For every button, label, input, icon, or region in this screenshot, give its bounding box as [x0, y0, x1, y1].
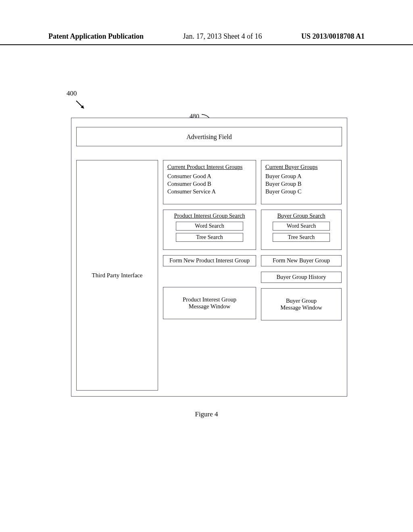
buyer-group-search-box: Buyer Group Search Word Search Tree Sear…	[261, 210, 342, 250]
word-search-button[interactable]: Word Search	[176, 222, 243, 231]
buyer-group-history-button[interactable]: Buyer Group History	[261, 272, 342, 283]
form-new-buyer-group-button[interactable]: Form New Buyer Group	[261, 255, 342, 266]
buyer-group-column: Current Buyer Groups Buyer Group A Buyer…	[261, 160, 342, 326]
header-center: Jan. 17, 2013 Sheet 4 of 16	[183, 32, 262, 41]
third-party-interface-label: Third Party Interface	[92, 272, 143, 279]
buyer-group-item: Buyer Group B	[265, 181, 337, 187]
buyer-group-item: Buyer Group C	[265, 188, 337, 195]
product-interest-item: Consumer Good A	[167, 173, 252, 180]
advertising-field-box: Advertising Field	[76, 127, 342, 146]
spacer	[163, 272, 256, 287]
arrow-icon	[75, 100, 87, 112]
product-interest-item: Consumer Service A	[167, 188, 252, 195]
message-window-line2: Message Window	[280, 304, 322, 311]
word-search-button[interactable]: Word Search	[273, 222, 330, 231]
product-interest-group-message-window: Product Interest Group Message Window	[163, 287, 256, 319]
buyer-group-item: Buyer Group A	[265, 173, 337, 180]
product-interest-groups-title: Current Product Interest Groups	[167, 164, 252, 170]
product-interest-item: Consumer Good B	[167, 181, 252, 187]
header-left: Patent Application Publication	[48, 32, 144, 41]
message-window-line1: Buyer Group	[280, 297, 322, 304]
figure-container: Advertising Field Third Party Interface …	[71, 118, 347, 397]
message-window-line2: Message Window	[183, 303, 236, 310]
figure-caption: Figure 4	[0, 410, 413, 418]
form-new-product-interest-group-button[interactable]: Form New Product Interest Group	[163, 255, 256, 266]
tree-search-button[interactable]: Tree Search	[176, 233, 243, 242]
ref-400-label: 400	[67, 89, 77, 98]
buyer-group-search-title: Buyer Group Search	[265, 212, 337, 219]
header-divider	[0, 44, 413, 45]
third-party-interface-box: Third Party Interface	[76, 160, 158, 391]
current-product-interest-groups-box: Current Product Interest Groups Consumer…	[163, 160, 256, 204]
page-header: Patent Application Publication Jan. 17, …	[0, 32, 413, 41]
buyer-group-message-window: Buyer Group Message Window	[261, 288, 342, 320]
product-interest-group-search-box: Product Interest Group Search Word Searc…	[163, 210, 256, 250]
current-buyer-groups-box: Current Buyer Groups Buyer Group A Buyer…	[261, 160, 342, 204]
product-interest-column: Current Product Interest Groups Consumer…	[163, 160, 256, 324]
current-buyer-groups-title: Current Buyer Groups	[265, 164, 337, 170]
product-interest-group-search-title: Product Interest Group Search	[167, 212, 252, 219]
tree-search-button[interactable]: Tree Search	[273, 233, 330, 242]
header-right: US 2013/0018708 A1	[301, 32, 365, 41]
advertising-field-label: Advertising Field	[186, 133, 232, 140]
message-window-line1: Product Interest Group	[183, 296, 236, 303]
